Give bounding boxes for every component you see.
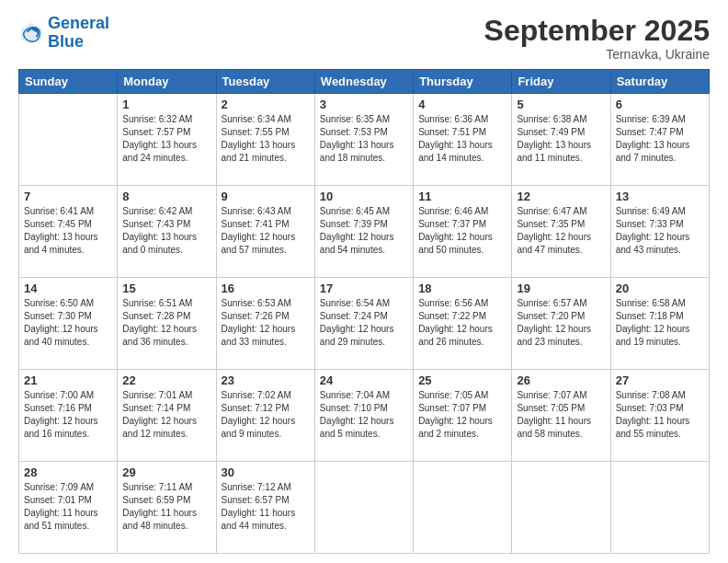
calendar-cell: 15Sunrise: 6:51 AMSunset: 7:28 PMDayligh… (118, 278, 216, 370)
day-number: 28 (24, 465, 112, 479)
col-header-tuesday: Tuesday (216, 70, 314, 94)
day-info: Sunrise: 6:45 AMSunset: 7:39 PMDaylight:… (320, 205, 408, 257)
day-number: 30 (222, 465, 310, 479)
day-info: Sunrise: 7:07 AMSunset: 7:05 PMDaylight:… (517, 389, 605, 441)
day-info: Sunrise: 7:02 AMSunset: 7:12 PMDaylight:… (222, 389, 310, 441)
calendar-cell: 25Sunrise: 7:05 AMSunset: 7:07 PMDayligh… (414, 370, 512, 462)
day-number: 12 (517, 190, 605, 203)
day-info: Sunrise: 7:11 AMSunset: 6:59 PMDaylight:… (122, 481, 210, 533)
day-number: 14 (24, 282, 112, 295)
day-info: Sunrise: 6:54 AMSunset: 7:24 PMDaylight:… (320, 297, 408, 349)
day-number: 4 (418, 98, 506, 111)
day-info: Sunrise: 7:00 AMSunset: 7:16 PMDaylight:… (24, 389, 112, 441)
calendar-cell: 12Sunrise: 6:47 AMSunset: 7:35 PMDayligh… (512, 186, 610, 278)
day-info: Sunrise: 6:35 AMSunset: 7:53 PMDaylight:… (320, 113, 408, 165)
day-number: 9 (222, 190, 310, 203)
day-info: Sunrise: 6:34 AMSunset: 7:55 PMDaylight:… (222, 113, 310, 165)
day-info: Sunrise: 6:50 AMSunset: 7:30 PMDaylight:… (24, 297, 112, 349)
calendar-week-4: 21Sunrise: 7:00 AMSunset: 7:16 PMDayligh… (19, 370, 710, 462)
day-info: Sunrise: 6:56 AMSunset: 7:22 PMDaylight:… (418, 297, 506, 349)
calendar-cell: 13Sunrise: 6:49 AMSunset: 7:33 PMDayligh… (610, 186, 709, 278)
calendar-cell: 3Sunrise: 6:35 AMSunset: 7:53 PMDaylight… (314, 94, 413, 186)
day-info: Sunrise: 6:51 AMSunset: 7:28 PMDaylight:… (122, 297, 210, 349)
col-header-monday: Monday (118, 70, 216, 94)
calendar-cell: 30Sunrise: 7:12 AMSunset: 6:57 PMDayligh… (216, 462, 314, 554)
calendar-cell: 19Sunrise: 6:57 AMSunset: 7:20 PMDayligh… (512, 278, 610, 370)
header: General Blue September 2025 Ternavka, Uk… (18, 15, 710, 62)
calendar-cell: 2Sunrise: 6:34 AMSunset: 7:55 PMDaylight… (216, 94, 314, 186)
day-number: 23 (222, 373, 310, 387)
day-number: 26 (517, 373, 605, 387)
calendar-cell (414, 462, 512, 554)
day-info: Sunrise: 6:41 AMSunset: 7:45 PMDaylight:… (24, 205, 112, 257)
day-info: Sunrise: 6:43 AMSunset: 7:41 PMDaylight:… (222, 205, 310, 257)
day-number: 29 (122, 465, 210, 479)
calendar-cell (314, 462, 413, 554)
day-number: 19 (517, 282, 605, 295)
calendar-cell: 1Sunrise: 6:32 AMSunset: 7:57 PMDaylight… (118, 94, 216, 186)
month-title: September 2025 (484, 15, 710, 47)
day-number: 20 (616, 282, 704, 295)
day-info: Sunrise: 6:49 AMSunset: 7:33 PMDaylight:… (616, 205, 704, 257)
calendar-cell: 8Sunrise: 6:42 AMSunset: 7:43 PMDaylight… (118, 186, 216, 278)
day-info: Sunrise: 6:36 AMSunset: 7:51 PMDaylight:… (418, 113, 506, 165)
calendar-week-1: 1Sunrise: 6:32 AMSunset: 7:57 PMDaylight… (19, 94, 710, 186)
day-number: 13 (616, 190, 704, 203)
calendar-cell (512, 462, 610, 554)
logo-text: General Blue (48, 15, 109, 52)
calendar-cell: 4Sunrise: 6:36 AMSunset: 7:51 PMDaylight… (414, 94, 512, 186)
col-header-sunday: Sunday (19, 70, 118, 94)
day-info: Sunrise: 7:05 AMSunset: 7:07 PMDaylight:… (418, 389, 506, 441)
calendar-cell: 7Sunrise: 6:41 AMSunset: 7:45 PMDaylight… (19, 186, 118, 278)
calendar-cell: 11Sunrise: 6:46 AMSunset: 7:37 PMDayligh… (414, 186, 512, 278)
calendar-week-2: 7Sunrise: 6:41 AMSunset: 7:45 PMDaylight… (19, 186, 710, 278)
location-subtitle: Ternavka, Ukraine (484, 47, 710, 62)
col-header-friday: Friday (512, 70, 610, 94)
day-info: Sunrise: 7:04 AMSunset: 7:10 PMDaylight:… (320, 389, 408, 441)
calendar-cell: 5Sunrise: 6:38 AMSunset: 7:49 PMDaylight… (512, 94, 610, 186)
day-info: Sunrise: 7:12 AMSunset: 6:57 PMDaylight:… (222, 481, 310, 533)
calendar-cell: 28Sunrise: 7:09 AMSunset: 7:01 PMDayligh… (19, 462, 118, 554)
day-info: Sunrise: 6:42 AMSunset: 7:43 PMDaylight:… (122, 205, 210, 257)
day-number: 1 (122, 98, 210, 111)
day-info: Sunrise: 7:09 AMSunset: 7:01 PMDaylight:… (24, 481, 112, 533)
calendar-week-3: 14Sunrise: 6:50 AMSunset: 7:30 PMDayligh… (19, 278, 710, 370)
calendar-cell: 17Sunrise: 6:54 AMSunset: 7:24 PMDayligh… (314, 278, 413, 370)
col-header-saturday: Saturday (610, 70, 709, 94)
day-info: Sunrise: 6:57 AMSunset: 7:20 PMDaylight:… (517, 297, 605, 349)
calendar-cell: 16Sunrise: 6:53 AMSunset: 7:26 PMDayligh… (216, 278, 314, 370)
day-info: Sunrise: 6:53 AMSunset: 7:26 PMDaylight:… (222, 297, 310, 349)
day-number: 21 (24, 373, 112, 387)
calendar-cell: 29Sunrise: 7:11 AMSunset: 6:59 PMDayligh… (118, 462, 216, 554)
day-number: 2 (222, 98, 310, 111)
day-number: 11 (418, 190, 506, 203)
calendar-cell (610, 462, 709, 554)
day-number: 22 (122, 373, 210, 387)
day-number: 5 (517, 98, 605, 111)
title-block: September 2025 Ternavka, Ukraine (484, 15, 710, 62)
day-info: Sunrise: 6:38 AMSunset: 7:49 PMDaylight:… (517, 113, 605, 165)
day-number: 24 (320, 373, 408, 387)
day-number: 16 (222, 282, 310, 295)
day-number: 6 (616, 98, 704, 111)
calendar-week-5: 28Sunrise: 7:09 AMSunset: 7:01 PMDayligh… (19, 462, 710, 554)
day-number: 3 (320, 98, 408, 111)
col-header-wednesday: Wednesday (314, 70, 413, 94)
day-info: Sunrise: 6:46 AMSunset: 7:37 PMDaylight:… (418, 205, 506, 257)
day-number: 15 (122, 282, 210, 295)
day-number: 17 (320, 282, 408, 295)
day-info: Sunrise: 6:47 AMSunset: 7:35 PMDaylight:… (517, 205, 605, 257)
calendar-cell: 18Sunrise: 6:56 AMSunset: 7:22 PMDayligh… (414, 278, 512, 370)
day-number: 27 (616, 373, 704, 387)
day-number: 10 (320, 190, 408, 203)
calendar-cell: 23Sunrise: 7:02 AMSunset: 7:12 PMDayligh… (216, 370, 314, 462)
day-number: 7 (24, 190, 112, 203)
col-header-thursday: Thursday (414, 70, 512, 94)
calendar-header-row: SundayMondayTuesdayWednesdayThursdayFrid… (19, 70, 710, 94)
calendar-cell: 26Sunrise: 7:07 AMSunset: 7:05 PMDayligh… (512, 370, 610, 462)
calendar-cell: 20Sunrise: 6:58 AMSunset: 7:18 PMDayligh… (610, 278, 709, 370)
calendar-cell: 24Sunrise: 7:04 AMSunset: 7:10 PMDayligh… (314, 370, 413, 462)
calendar-cell: 14Sunrise: 6:50 AMSunset: 7:30 PMDayligh… (19, 278, 118, 370)
logo-icon (18, 20, 44, 46)
calendar-cell: 21Sunrise: 7:00 AMSunset: 7:16 PMDayligh… (19, 370, 118, 462)
